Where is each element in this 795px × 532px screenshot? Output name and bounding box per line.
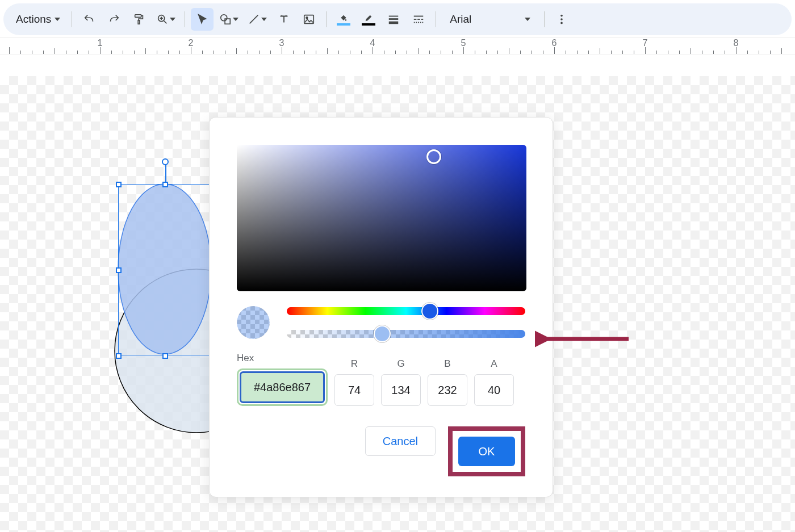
hex-label: Hex <box>237 353 254 364</box>
ok-button-highlight: OK <box>448 426 525 476</box>
svg-rect-17 <box>420 22 421 23</box>
line-dash-icon <box>412 13 425 26</box>
b-input[interactable] <box>428 374 467 406</box>
selection-bounding-box <box>118 184 211 355</box>
svg-point-20 <box>560 18 563 20</box>
redo-icon <box>108 13 120 26</box>
insert-image-button[interactable] <box>298 8 320 31</box>
svg-rect-13 <box>421 19 424 20</box>
resize-handle-n[interactable] <box>162 182 168 187</box>
separator <box>436 11 436 27</box>
ruler-number: 8 <box>734 38 739 48</box>
svg-rect-9 <box>389 22 399 24</box>
r-label: R <box>351 358 358 370</box>
svg-point-19 <box>560 15 563 17</box>
saturation-value-field[interactable] <box>237 145 526 291</box>
chevron-down-icon <box>170 18 175 21</box>
ruler-number: 7 <box>643 38 648 48</box>
svg-rect-10 <box>414 16 424 17</box>
fill-color-swatch <box>337 23 350 26</box>
zoom-dropdown[interactable] <box>153 8 179 31</box>
line-weight-icon <box>387 13 400 26</box>
paint-format-button[interactable] <box>128 8 150 31</box>
hex-input[interactable] <box>240 371 325 403</box>
svg-rect-16 <box>418 22 419 23</box>
textbox-icon <box>278 13 290 26</box>
hue-slider[interactable] <box>287 307 525 315</box>
svg-rect-18 <box>422 22 424 23</box>
resize-handle-sw[interactable] <box>116 353 122 359</box>
b-label: B <box>444 358 450 370</box>
font-family-dropdown[interactable]: Arial <box>442 8 538 31</box>
resize-handle-s[interactable] <box>162 353 168 359</box>
ruler-number: 4 <box>370 38 375 48</box>
actions-menu[interactable]: Actions <box>10 8 66 31</box>
ruler-number: 5 <box>461 38 466 48</box>
g-input[interactable] <box>381 374 421 406</box>
text-box-tool[interactable] <box>273 8 295 31</box>
custom-color-dialog: Hex R G B A Cancel <box>209 117 553 497</box>
fill-color-button[interactable] <box>332 8 355 31</box>
line-tool-dropdown[interactable] <box>244 8 270 31</box>
fill-bucket-icon <box>338 14 349 23</box>
svg-rect-11 <box>414 19 417 20</box>
alpha-thumb[interactable] <box>375 326 390 341</box>
image-icon <box>303 13 315 26</box>
hex-input-highlight <box>237 368 328 406</box>
undo-icon <box>83 13 95 26</box>
alpha-slider[interactable] <box>287 330 525 338</box>
ruler-number: 1 <box>98 38 103 48</box>
more-vertical-icon <box>555 13 568 26</box>
chevron-down-icon <box>55 18 60 21</box>
canvas[interactable]: Hex R G B A Cancel <box>0 76 795 532</box>
color-preview-swatch <box>237 306 270 339</box>
more-tools-button[interactable] <box>550 8 573 31</box>
toolbar: Actions <box>3 3 792 35</box>
svg-rect-7 <box>389 16 399 17</box>
a-input[interactable] <box>474 374 514 406</box>
select-tool[interactable] <box>191 8 214 31</box>
rotation-handle[interactable] <box>162 158 169 165</box>
shape-tool-dropdown[interactable] <box>216 8 242 31</box>
resize-handle-nw[interactable] <box>116 182 122 187</box>
separator <box>72 11 72 27</box>
border-color-button[interactable] <box>357 8 380 31</box>
svg-rect-1 <box>138 20 140 24</box>
zoom-icon <box>156 13 169 26</box>
svg-rect-15 <box>416 22 417 23</box>
separator <box>185 11 185 27</box>
border-color-swatch <box>362 23 375 26</box>
cancel-button[interactable]: Cancel <box>365 426 436 456</box>
redo-button[interactable] <box>103 8 125 31</box>
actions-label: Actions <box>16 13 51 26</box>
chevron-down-icon <box>525 18 530 21</box>
paint-roller-icon <box>133 13 145 26</box>
pencil-icon <box>363 14 374 23</box>
horizontal-ruler: 12345678 <box>0 37 795 55</box>
ruler-number: 2 <box>189 38 194 48</box>
svg-rect-8 <box>389 18 399 20</box>
line-icon <box>248 13 260 26</box>
r-input[interactable] <box>334 374 374 406</box>
font-name: Arial <box>450 13 471 26</box>
ruler-number: 6 <box>552 38 557 48</box>
sv-cursor[interactable] <box>426 149 441 164</box>
hue-thumb[interactable] <box>422 304 437 319</box>
svg-rect-12 <box>417 19 420 20</box>
annotation-arrow-icon <box>535 330 631 347</box>
border-weight-button[interactable] <box>382 8 405 31</box>
svg-rect-4 <box>225 19 230 24</box>
undo-button[interactable] <box>78 8 101 31</box>
cursor-icon <box>196 13 208 26</box>
resize-handle-w[interactable] <box>116 267 122 273</box>
svg-rect-14 <box>414 22 415 23</box>
svg-rect-0 <box>135 15 141 18</box>
ok-button[interactable]: OK <box>458 437 515 466</box>
separator <box>544 11 545 27</box>
svg-rect-5 <box>304 15 314 24</box>
border-dash-button[interactable] <box>407 8 430 31</box>
svg-point-6 <box>306 17 308 19</box>
rotation-connector <box>165 162 166 185</box>
shapes-icon <box>219 13 232 26</box>
separator <box>326 11 327 27</box>
